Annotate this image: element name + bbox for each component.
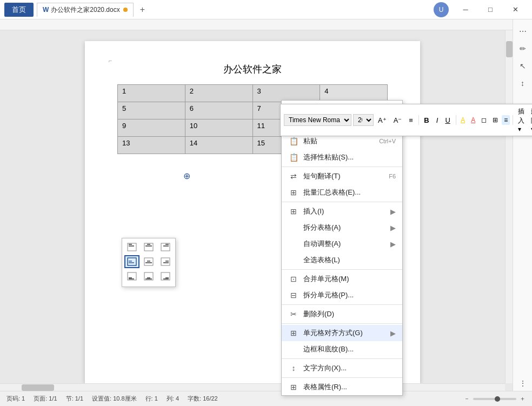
font-size-select[interactable]: 20 xyxy=(353,114,374,126)
ctx-merge[interactable]: ⊡ 合并单元格(M) xyxy=(282,271,402,287)
scroll-thumb-v[interactable] xyxy=(506,41,513,57)
ctx-table-props[interactable]: ⊞ 表格属性(R)... xyxy=(282,379,402,395)
ctx-merge-label: 合并单元格(M) xyxy=(303,274,349,284)
align-ctx-icon: ⊞ xyxy=(288,328,299,338)
add-tab-button[interactable]: + xyxy=(140,5,145,15)
minimize-button[interactable]: ─ xyxy=(453,2,478,18)
align-mid-left-btn[interactable] xyxy=(124,255,139,268)
shade-btn[interactable]: ◻ xyxy=(479,115,489,125)
align-top-left-btn[interactable] xyxy=(124,241,139,254)
align-bot-right-btn[interactable] xyxy=(158,270,173,283)
cell-3-1[interactable]: 9 xyxy=(118,119,185,137)
cell-2-1[interactable]: 5 xyxy=(118,102,185,119)
ctx-batch-sum[interactable]: ⊞ 批量汇总表格(E)... xyxy=(282,184,402,201)
zoom-thumb[interactable] xyxy=(495,396,500,402)
sidebar-expand-btn[interactable]: ⋯ xyxy=(515,24,530,39)
ctx-delete-col[interactable]: ✂ 删除列(D) xyxy=(282,306,402,322)
ctx-insert[interactable]: ⊞ 插入(I) ▶ xyxy=(282,203,402,219)
status-right: － ＋ xyxy=(464,395,526,403)
insert-icon: ⊞ xyxy=(288,206,299,217)
ctx-sep2 xyxy=(282,202,402,202)
add-row-btn[interactable]: ⊕ xyxy=(183,171,190,181)
cell-1-4[interactable]: 4 xyxy=(320,85,388,102)
align-btn[interactable]: ≡ xyxy=(502,115,510,125)
text-dir-icon: ↕ xyxy=(288,363,299,374)
cell-2-2[interactable]: 6 xyxy=(185,102,252,119)
ctx-translate[interactable]: ⇄ 短句翻译(T) F6 xyxy=(282,168,402,184)
align-top-right-btn[interactable] xyxy=(158,241,173,254)
borders-icon xyxy=(288,344,299,355)
float-insert-btn[interactable]: 插入▾ xyxy=(516,106,527,134)
float-delete-btn[interactable]: 删除▾ xyxy=(529,106,532,134)
zoom-track[interactable] xyxy=(473,398,516,400)
ctx-select-all-label: 全选表格(L) xyxy=(303,255,340,265)
ctx-insert-label: 插入(I) xyxy=(303,207,324,216)
avatar[interactable]: U xyxy=(434,2,449,17)
ctx-text-dir[interactable]: ↕ 文字方向(X)... xyxy=(282,360,402,376)
ctx-split-cell[interactable]: ⊟ 拆分单元格(P)... xyxy=(282,287,402,303)
zoom-minus-btn[interactable]: － xyxy=(464,395,470,403)
page-title: 办公软件之家 xyxy=(117,63,388,76)
ctx-paste-special[interactable]: 📋 选择性粘贴(S)... xyxy=(282,149,402,165)
horizontal-ruler xyxy=(0,19,513,30)
italic-btn[interactable]: I xyxy=(434,114,441,126)
scrollbar-vertical[interactable] xyxy=(505,30,513,383)
zoom-control: － ＋ xyxy=(464,395,526,403)
content-area: ⌐ ⊕ ⊕ 办公软件之家 1 2 3 4 5 6 xyxy=(0,30,513,391)
ctx-align[interactable]: ⊞ 单元格对齐方式(G) ▶ xyxy=(282,325,402,341)
cell-4-2[interactable]: 14 xyxy=(185,137,252,154)
cell-1-1[interactable]: 1 xyxy=(118,85,185,102)
cell-3-2[interactable]: 10 xyxy=(185,119,252,137)
delete-col-icon: ✂ xyxy=(288,309,299,320)
insert-arrow: ▶ xyxy=(390,208,396,216)
grow-font-btn[interactable]: A⁺ xyxy=(375,114,389,126)
auto-fit-arrow: ▶ xyxy=(390,240,396,248)
bold-btn[interactable]: B xyxy=(421,114,431,126)
ctx-text-dir-label: 文字方向(X)... xyxy=(303,363,347,373)
translate-icon: ⇄ xyxy=(288,171,299,182)
align-mid-right-btn[interactable] xyxy=(158,255,173,268)
doc-tab[interactable]: W 办公软件之家2020.docx xyxy=(37,3,134,17)
sidebar-scroll-btn[interactable]: ↕ xyxy=(515,76,530,91)
ctx-auto-fit[interactable]: 自动调整(A) ▶ xyxy=(282,236,402,252)
cell-4-1[interactable]: 13 xyxy=(118,137,185,154)
font-color-btn[interactable]: A xyxy=(469,115,477,125)
ctx-borders[interactable]: 边框和底纹(B)... xyxy=(282,341,402,357)
window-controls: ─ □ ✕ xyxy=(453,2,528,18)
align-bot-left-btn[interactable] xyxy=(124,270,139,283)
shrink-font-btn[interactable]: A⁻ xyxy=(391,114,405,126)
zoom-plus-btn[interactable]: ＋ xyxy=(520,395,526,403)
alignment-submenu xyxy=(122,238,176,287)
sidebar-pointer-btn[interactable]: ↖ xyxy=(515,58,530,74)
svg-rect-9 xyxy=(128,258,136,265)
ctx-select-all[interactable]: 全选表格(L) xyxy=(282,252,402,268)
highlight-btn[interactable]: A xyxy=(458,115,467,125)
paragraph-btn[interactable]: ≡ xyxy=(406,114,416,126)
doc-name: 办公软件之家2020.docx xyxy=(51,5,119,15)
scrollbar-horizontal[interactable] xyxy=(0,383,505,391)
ctx-sep4 xyxy=(282,304,402,305)
maximize-button[interactable]: □ xyxy=(478,2,503,18)
align-row3 xyxy=(124,270,173,283)
page-total: 页面: 1/1 xyxy=(34,395,57,403)
select-all-icon xyxy=(288,255,299,265)
close-button[interactable]: ✕ xyxy=(503,2,528,18)
align-mid-center-btn[interactable] xyxy=(141,255,156,268)
font-family-select[interactable]: Times New Roma xyxy=(284,114,351,126)
scroll-thumb-h[interactable] xyxy=(22,384,54,391)
underline-btn[interactable]: U xyxy=(442,114,453,126)
align-top-center-btn[interactable] xyxy=(141,241,156,254)
align-arrow: ▶ xyxy=(390,329,396,337)
float-toolbar: Times New Roma 20 A⁺ A⁻ ≡ B I U A A ◻ ⊞ … xyxy=(280,104,532,136)
cell-1-3[interactable]: 3 xyxy=(252,85,320,102)
cell-1-2[interactable]: 2 xyxy=(185,85,252,102)
sidebar-pen-btn[interactable]: ✏ xyxy=(515,41,530,56)
ctx-align-label: 单元格对齐方式(G) xyxy=(303,328,363,338)
align-bot-center-btn[interactable] xyxy=(141,270,156,283)
ctx-split-table[interactable]: 拆分表格(A) ▶ xyxy=(282,219,402,236)
border-btn[interactable]: ⊞ xyxy=(490,115,500,125)
section-info: 节: 1/1 xyxy=(66,395,83,403)
sidebar-more-v-btn[interactable]: ⋮ xyxy=(515,376,530,391)
ctx-sep3 xyxy=(282,269,402,270)
home-tab[interactable]: 首页 xyxy=(4,3,34,17)
